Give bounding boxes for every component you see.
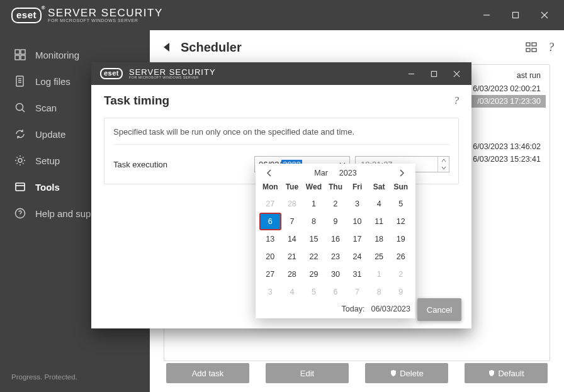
dp-day[interactable]: 8 <box>303 213 325 230</box>
scan-icon <box>14 102 26 113</box>
svg-line-13 <box>22 109 25 112</box>
sidebar-footer: Progress. Protected. <box>0 373 150 392</box>
minimize-button[interactable] <box>472 5 501 25</box>
time-spinner[interactable] <box>437 157 449 172</box>
dialog-maximize-button[interactable] <box>422 62 445 85</box>
dp-day[interactable]: 2 <box>325 195 347 213</box>
page-header: Scheduler ? <box>150 30 564 64</box>
dialog-close-button[interactable] <box>445 62 468 85</box>
dp-day[interactable]: 4 <box>368 195 390 213</box>
shield-icon <box>488 369 495 377</box>
svg-rect-24 <box>431 71 436 76</box>
dp-year-label[interactable]: 2023 <box>339 169 357 177</box>
shield-icon <box>390 369 397 377</box>
dp-day[interactable]: 9 <box>325 213 347 230</box>
dp-day[interactable]: 7 <box>281 213 303 230</box>
svg-rect-8 <box>16 76 23 86</box>
dp-day[interactable]: 28 <box>281 195 303 213</box>
dp-day[interactable]: 20 <box>259 248 281 266</box>
header-help-icon[interactable]: ? <box>548 41 554 54</box>
monitoring-icon <box>14 49 26 60</box>
dp-day[interactable]: 19 <box>390 230 412 248</box>
dp-day[interactable]: 15 <box>303 230 325 248</box>
dp-day[interactable]: 6 <box>325 283 347 301</box>
dp-day[interactable]: 12 <box>390 213 412 230</box>
dialog-minimize-button[interactable] <box>400 62 422 85</box>
dp-day[interactable]: 27 <box>259 266 281 283</box>
dp-day[interactable]: 25 <box>368 248 390 266</box>
dp-day[interactable]: 6 <box>259 213 281 230</box>
dp-month-label[interactable]: Mar <box>314 169 328 177</box>
dp-day[interactable]: 26 <box>390 248 412 266</box>
app-subtitle: FOR MICROSOFT WINDOWS SERVER <box>48 18 163 23</box>
dp-day[interactable]: 3 <box>259 283 281 301</box>
dp-day[interactable]: 4 <box>281 283 303 301</box>
dp-dow-header: Thu <box>325 180 347 195</box>
maximize-button[interactable] <box>501 5 530 25</box>
dp-dow-header: Wed <box>303 180 325 195</box>
dp-dow-header: Mon <box>259 180 281 195</box>
sidebar-item-label: Setup <box>35 155 60 166</box>
dp-day[interactable]: 1 <box>303 195 325 213</box>
add-task-button[interactable]: Add task <box>166 363 249 383</box>
dp-day[interactable]: 14 <box>281 230 303 248</box>
svg-point-14 <box>18 159 22 162</box>
dialog-help-icon[interactable]: ? <box>454 95 459 106</box>
svg-rect-5 <box>21 50 25 54</box>
update-icon <box>14 128 26 140</box>
sidebar-item-label: Tools <box>35 182 60 193</box>
edit-button[interactable]: Edit <box>266 363 349 383</box>
dp-day[interactable]: 13 <box>259 230 281 248</box>
dp-day[interactable]: 30 <box>325 266 347 283</box>
eset-badge: eset® <box>11 8 42 23</box>
page-title: Scheduler <box>181 40 242 55</box>
dp-day[interactable]: 29 <box>303 266 325 283</box>
dp-day[interactable]: 9 <box>390 283 412 301</box>
dp-day[interactable]: 5 <box>390 195 412 213</box>
svg-rect-7 <box>21 55 25 60</box>
dp-day[interactable]: 31 <box>346 266 368 283</box>
svg-rect-4 <box>15 50 20 54</box>
back-button[interactable] <box>164 43 169 52</box>
divider <box>113 144 449 145</box>
dp-today-date[interactable]: 06/03/2023 <box>371 305 410 313</box>
delete-button[interactable]: Delete <box>365 363 448 383</box>
spinner-up-icon[interactable] <box>438 157 449 164</box>
default-button[interactable]: Default <box>465 363 548 383</box>
dp-day[interactable]: 1 <box>368 266 390 283</box>
svg-rect-22 <box>532 48 536 52</box>
app-logo: eset® SERVER SECURITY FOR MICROSOFT WIND… <box>11 8 163 23</box>
dp-day[interactable]: 2 <box>390 266 412 283</box>
dp-day[interactable]: 3 <box>346 195 368 213</box>
spinner-down-icon[interactable] <box>438 164 449 172</box>
dp-day[interactable]: 23 <box>325 248 347 266</box>
cancel-button[interactable]: Cancel <box>417 298 461 321</box>
task-execution-label: Task execution <box>113 160 254 169</box>
dp-day[interactable]: 22 <box>303 248 325 266</box>
dp-day[interactable]: 18 <box>368 230 390 248</box>
svg-rect-20 <box>532 43 536 46</box>
dp-day[interactable]: 8 <box>368 283 390 301</box>
dp-day[interactable]: 21 <box>281 248 303 266</box>
dp-dow-header: Fri <box>346 180 368 195</box>
dp-day[interactable]: 7 <box>346 283 368 301</box>
svg-rect-19 <box>526 43 530 46</box>
dp-day[interactable]: 24 <box>346 248 368 266</box>
dp-day[interactable]: 27 <box>259 195 281 213</box>
next-month-button[interactable] <box>394 169 409 177</box>
dp-day[interactable]: 17 <box>346 230 368 248</box>
svg-rect-6 <box>15 55 20 60</box>
dp-day[interactable]: 28 <box>281 266 303 283</box>
dp-day[interactable]: 10 <box>346 213 368 230</box>
close-button[interactable] <box>530 5 559 25</box>
help-icon <box>14 208 26 219</box>
dp-dow-header: Tue <box>281 180 303 195</box>
svg-rect-15 <box>16 183 25 191</box>
dp-day[interactable]: 11 <box>368 213 390 230</box>
dp-day[interactable]: 16 <box>325 230 347 248</box>
view-toggle-icon[interactable] <box>526 42 537 53</box>
sidebar-item-label: Monitoring <box>35 50 79 60</box>
prev-month-button[interactable] <box>262 169 277 177</box>
dp-today-label: Today: <box>342 305 365 313</box>
dp-day[interactable]: 5 <box>303 283 325 301</box>
